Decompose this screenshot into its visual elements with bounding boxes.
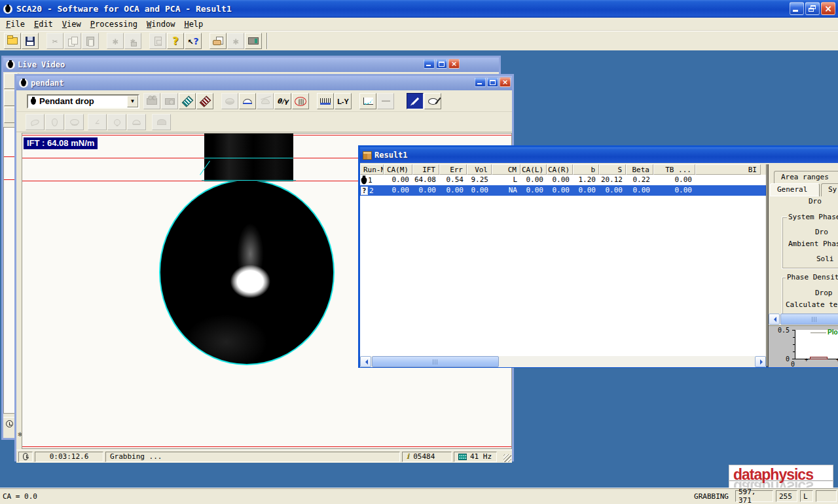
menu-help[interactable]: Help	[179, 19, 208, 29]
contact-angle-button[interactable]: ∠	[88, 114, 107, 130]
table-cell: 0.00	[520, 185, 547, 196]
record-video-button[interactable]	[143, 93, 160, 109]
app-title-bar[interactable]: SCA20 - Software for OCA and PCA - Resul…	[0, 0, 838, 18]
live-video-title-bar[interactable]: Live Video ×	[3, 58, 499, 72]
flat-drop-icon	[132, 120, 141, 124]
tab-general[interactable]: General	[770, 183, 820, 196]
report-button[interactable]	[149, 33, 166, 49]
panel-h-scrollbar[interactable]	[769, 314, 838, 325]
live-video-minimize-button[interactable]	[424, 59, 435, 69]
scroll-thumb[interactable]	[372, 356, 499, 367]
help-button[interactable]: ?	[167, 33, 184, 49]
save-button[interactable]	[22, 33, 39, 49]
menu-processing[interactable]: Processing	[86, 19, 142, 29]
table-h-scrollbar[interactable]	[360, 356, 766, 367]
resize-grip[interactable]	[503, 454, 511, 462]
menu-bar[interactable]: FileEditViewProcessingWindowHelp	[0, 18, 838, 31]
tangent-fit-button[interactable]	[257, 93, 274, 109]
column-header[interactable]: BI	[695, 164, 761, 175]
column-header[interactable]: Beta	[626, 164, 653, 175]
pendant-close-button[interactable]: ×	[500, 77, 511, 87]
gear-icon	[232, 35, 238, 47]
copy-button[interactable]	[64, 33, 81, 49]
column-header[interactable]: CA(M)	[384, 164, 412, 175]
scroll-thumb[interactable]	[780, 314, 838, 325]
manual-fit-button[interactable]	[292, 93, 309, 109]
ellipse-fit-button[interactable]	[221, 93, 238, 109]
menu-edit[interactable]: Edit	[29, 19, 58, 29]
baseline-button[interactable]	[317, 93, 334, 109]
scroll-right-arrow[interactable]	[755, 356, 766, 367]
paste-icon	[86, 37, 94, 46]
scroll-left-arrow[interactable]	[769, 314, 780, 325]
cut-button[interactable]	[46, 33, 64, 49]
tab-area-ranges[interactable]: Area ranges	[774, 171, 838, 184]
auto-detect-button[interactable]	[407, 93, 424, 109]
restore-button[interactable]	[805, 2, 820, 15]
acquire-window-button[interactable]	[210, 33, 227, 49]
column-header[interactable]: TB ...	[653, 164, 695, 175]
open-button[interactable]	[4, 33, 21, 49]
menu-view[interactable]: View	[58, 19, 86, 29]
method-select[interactable]: Pendant drop ▼	[27, 94, 139, 109]
circle-fit-button[interactable]	[239, 93, 256, 109]
circle-on-line-button[interactable]	[107, 114, 126, 130]
result-window: Result1 Run-NoCA(M)IFTErrVolCMCA(L)CA(R)…	[358, 145, 838, 368]
live-video-maximize-button[interactable]	[436, 59, 447, 69]
column-header[interactable]: Run-No	[360, 164, 384, 175]
column-header[interactable]: Err	[439, 164, 467, 175]
column-header[interactable]: CA(R)	[547, 164, 573, 175]
paste-button[interactable]	[82, 33, 99, 49]
y-axis-max-label: 0.5	[778, 327, 790, 334]
captive-bubble-button[interactable]	[152, 114, 171, 130]
manual-settings-button[interactable]	[124, 33, 141, 49]
result-title-bar[interactable]: Result1	[360, 147, 838, 163]
pendant-title-bar[interactable]: pendant ×	[16, 76, 512, 90]
theta-gamma-icon: θ/γ	[277, 98, 288, 105]
pendant-minimize-button[interactable]	[475, 77, 486, 87]
scroll-left-arrow[interactable]	[360, 356, 371, 367]
table-row[interactable]: 10.0064.080.549.25L0.000.001.2020.120.22…	[360, 175, 766, 185]
device-settings-button[interactable]	[227, 33, 244, 49]
tab-system[interactable]: Sy	[821, 183, 838, 196]
snapshot-button[interactable]	[161, 93, 178, 109]
channel-indicator: L	[800, 490, 813, 502]
table-cell: 0.00	[626, 185, 653, 196]
camera-control-button[interactable]	[245, 33, 262, 49]
column-header[interactable]: CA(L)	[520, 164, 547, 175]
column-header[interactable]: Vol	[467, 164, 492, 175]
gear-hand-icon	[130, 36, 136, 46]
help-icon: ?	[172, 36, 178, 46]
close-button[interactable]: ×	[821, 2, 835, 15]
line-tool-button[interactable]	[377, 93, 394, 109]
contour-line	[202, 180, 296, 181]
sessile-shape-button[interactable]	[65, 114, 84, 130]
tilted-drop-button[interactable]	[26, 114, 45, 130]
contour-edit-button[interactable]	[424, 93, 441, 109]
film-stop-button[interactable]	[196, 93, 213, 109]
flat-drop-button[interactable]	[127, 114, 146, 130]
gray-value: 255	[776, 490, 797, 502]
context-help-button[interactable]: ↖?	[185, 33, 202, 49]
combo-arrow-icon[interactable]: ▼	[127, 96, 138, 107]
column-header[interactable]: IFT	[412, 164, 439, 175]
table-cell: NA	[492, 185, 520, 196]
settings-button[interactable]	[107, 33, 124, 49]
pendant-maximize-button[interactable]	[487, 77, 498, 87]
curve-plot-button[interactable]	[359, 93, 376, 109]
column-header[interactable]: S	[599, 164, 626, 175]
column-header[interactable]: b	[573, 164, 599, 175]
pendant-shape-button[interactable]	[45, 114, 64, 130]
minimize-button[interactable]	[790, 2, 804, 15]
panel-label: Calculate te	[786, 300, 837, 309]
laplace-young-button[interactable]: L-Y	[335, 93, 352, 109]
copy-icon	[68, 37, 77, 46]
table-row[interactable]: ?20.000.000.000.00NA0.000.000.000.000.00…	[360, 185, 766, 196]
menu-window[interactable]: Window	[142, 19, 179, 29]
menu-file[interactable]: File	[1, 19, 29, 29]
theta-gamma-button[interactable]: θ/γ	[274, 93, 291, 109]
column-header[interactable]: CM	[492, 164, 520, 175]
film-sequence-button[interactable]	[179, 93, 196, 109]
live-video-close-button[interactable]: ×	[448, 59, 460, 69]
table-cell: 20.12	[599, 175, 626, 185]
